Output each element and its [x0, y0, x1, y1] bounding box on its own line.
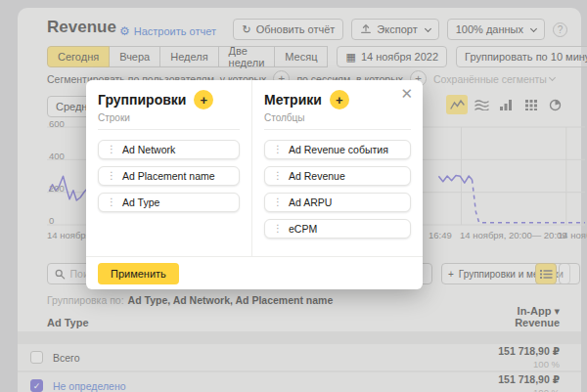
drag-handle-icon[interactable]: ⋮	[107, 171, 116, 181]
add-grouping-button[interactable]: +	[194, 90, 213, 109]
metric-item[interactable]: ⋮ eCPM	[264, 219, 411, 239]
groupings-title: Группировки	[98, 92, 186, 108]
drag-handle-icon[interactable]: ⋮	[107, 197, 116, 207]
apply-button[interactable]: Применить	[98, 263, 179, 284]
drag-handle-icon[interactable]: ⋮	[273, 145, 283, 154]
metrics-subtitle: Столбцы	[264, 112, 411, 123]
groupings-metrics-modal: ✕ Группировки + Строки ⋮ Ad Network ⋮ Ad…	[86, 80, 423, 289]
drag-handle-icon[interactable]: ⋮	[273, 197, 283, 207]
drag-handle-icon[interactable]: ⋮	[107, 145, 116, 154]
grouping-item[interactable]: ⋮ Ad Network	[98, 140, 240, 159]
drag-handle-icon[interactable]: ⋮	[273, 224, 283, 234]
metric-item[interactable]: ⋮ Ad Revenue события	[264, 140, 411, 159]
drag-handle-icon[interactable]: ⋮	[273, 171, 283, 181]
metrics-title: Метрики	[264, 92, 322, 108]
add-metric-button[interactable]: +	[330, 90, 349, 109]
grouping-item[interactable]: ⋮ Ad Placement name	[98, 166, 240, 186]
metric-item[interactable]: ⋮ Ad Revenue	[264, 166, 411, 186]
modal-footer: Применить	[86, 256, 423, 289]
groupings-subtitle: Строки	[98, 112, 240, 123]
metrics-column: Метрики + Столбцы ⋮ Ad Revenue события ⋮…	[252, 80, 423, 256]
groupings-column: Группировки + Строки ⋮ Ad Network ⋮ Ad P…	[86, 80, 252, 256]
metric-item[interactable]: ⋮ Ad ARPU	[264, 193, 411, 212]
grouping-item[interactable]: ⋮ Ad Type	[98, 193, 240, 212]
